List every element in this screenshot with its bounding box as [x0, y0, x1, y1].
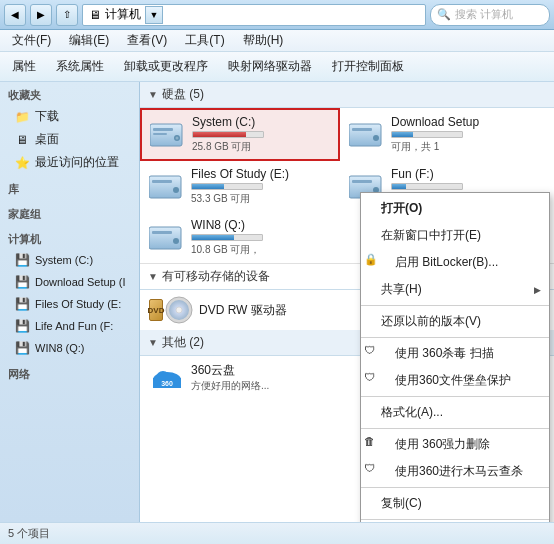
drive-q[interactable]: WIN8 (Q:) 10.8 GB 可用，: [140, 212, 340, 263]
ctx-bitlocker[interactable]: 🔒 启用 BitLocker(B)...: [361, 249, 549, 276]
sidebar-item-c[interactable]: 💾 System (C:): [0, 249, 139, 271]
toolbar-uninstall[interactable]: 卸载或更改程序: [120, 56, 212, 77]
ctx-bitlocker-label: 启用 BitLocker(B)...: [395, 255, 498, 269]
drive-q-name: WIN8 (Q:): [191, 218, 331, 232]
forward-button[interactable]: ▶: [30, 4, 52, 26]
context-menu: 打开(O) 在新窗口中打开(E) 🔒 启用 BitLocker(B)... 共享…: [360, 192, 550, 522]
sidebar-item-label: 桌面: [35, 131, 59, 148]
drive-e-detail: 53.3 GB 可用: [191, 192, 331, 206]
drive-e-name: Files Of Study (E:): [191, 167, 331, 181]
drives-row-1: System (C:) 25.8 GB 可用: [140, 108, 554, 161]
toolbar-control-panel[interactable]: 打开控制面板: [328, 56, 408, 77]
drive-d[interactable]: Download Setup 可用，共 1: [340, 108, 540, 161]
ctx-open[interactable]: 打开(O): [361, 195, 549, 222]
menu-file[interactable]: 文件(F): [4, 30, 59, 51]
title-bar-left: ◀ ▶ ⇧ 🖥 计算机 ▼ 🔍 搜索 计算机: [4, 4, 550, 26]
ctx-360scan[interactable]: 🛡 使用 360杀毒 扫描: [361, 340, 549, 367]
ctx-share[interactable]: 共享(H) ▶: [361, 276, 549, 303]
menu-tools[interactable]: 工具(T): [177, 30, 232, 51]
network-title: 网络: [0, 365, 139, 384]
address-dropdown[interactable]: ▼: [145, 6, 163, 24]
ctx-360delete-label: 使用 360强力删除: [395, 437, 490, 451]
ctx-360delete[interactable]: 🗑 使用 360强力删除: [361, 431, 549, 458]
back-button[interactable]: ◀: [4, 4, 26, 26]
ctx-sep-3: [361, 396, 549, 397]
drive-q-icon: 💾: [14, 340, 30, 356]
sidebar-item-desktop[interactable]: 🖥 桌面: [0, 128, 139, 151]
drive-d-detail: 可用，共 1: [391, 140, 531, 154]
menu-bar: 文件(F) 编辑(E) 查看(V) 工具(T) 帮助(H): [0, 30, 554, 52]
ctx-format[interactable]: 格式化(A)...: [361, 399, 549, 426]
toolbar-map-drive[interactable]: 映射网络驱动器: [224, 56, 316, 77]
svg-rect-2: [153, 133, 167, 135]
sidebar-item-label: System (C:): [35, 254, 93, 266]
sidebar-item-label: Life And Fun (F:: [35, 320, 113, 332]
drive-d-fill: [392, 132, 413, 137]
cloud-drive[interactable]: 360 360云盘 方便好用的网络...: [140, 356, 340, 399]
ctx-360protect[interactable]: 🛡 使用360文件堡垒保护: [361, 367, 549, 394]
ctx-open-new-window[interactable]: 在新窗口中打开(E): [361, 222, 549, 249]
sidebar-item-d[interactable]: 💾 Download Setup (I: [0, 271, 139, 293]
sidebar-item-download[interactable]: 📁 下载: [0, 105, 139, 128]
sidebar-item-label: Files Of Study (E:: [35, 298, 121, 310]
sidebar-section-homegroup: 家庭组: [0, 205, 139, 224]
drive-c-info: System (C:) 25.8 GB 可用: [192, 115, 330, 154]
search-placeholder: 搜索 计算机: [455, 7, 513, 22]
ctx-sep-1: [361, 305, 549, 306]
drive-c-icon: 💾: [14, 252, 30, 268]
ctx-sep-2: [361, 337, 549, 338]
toolbar: 属性 系统属性 卸载或更改程序 映射网络驱动器 打开控制面板: [0, 52, 554, 82]
svg-rect-15: [152, 231, 172, 234]
cloud-svg: 360: [149, 364, 185, 392]
drive-f-progress: [391, 183, 463, 190]
ctx-format-label: 格式化(A)...: [381, 405, 443, 419]
drive-e-icon: 💾: [14, 296, 30, 312]
ctx-copy[interactable]: 复制(C): [361, 490, 549, 517]
up-button[interactable]: ⇧: [56, 4, 78, 26]
menu-view[interactable]: 查看(V): [119, 30, 175, 51]
drive-e[interactable]: Files Of Study (E:) 53.3 GB 可用: [140, 161, 340, 212]
menu-help[interactable]: 帮助(H): [235, 30, 292, 51]
drive-d-info: Download Setup 可用，共 1: [391, 115, 531, 154]
removable-title: 有可移动存储的设备: [162, 268, 270, 285]
sidebar-item-f[interactable]: 💾 Life And Fun (F:: [0, 315, 139, 337]
hard-drives-title: 硬盘 (5): [162, 86, 204, 103]
toolbar-properties[interactable]: 属性: [8, 56, 40, 77]
status-bar: 5 个项目: [0, 522, 554, 544]
search-box[interactable]: 🔍 搜索 计算机: [430, 4, 550, 26]
dvd-info: DVD RW 驱动器: [199, 302, 331, 319]
sidebar-item-recent[interactable]: ⭐ 最近访问的位置: [0, 151, 139, 174]
ctx-sep-5: [361, 487, 549, 488]
other-arrow[interactable]: ▼: [148, 337, 158, 348]
drive-dvd[interactable]: DVD: [140, 290, 340, 330]
removable-arrow[interactable]: ▼: [148, 271, 158, 282]
cloud-detail: 方便好用的网络...: [191, 379, 331, 393]
delete-icon: 🗑: [364, 435, 375, 447]
svg-point-16: [173, 238, 179, 244]
drive-e-icon: [149, 172, 185, 202]
sidebar-item-e[interactable]: 💾 Files Of Study (E:: [0, 293, 139, 315]
favorites-title: 收藏夹: [0, 86, 139, 105]
drive-q-icon: [149, 223, 185, 253]
ctx-360trojan-label: 使用360进行木马云查杀: [395, 464, 523, 478]
protect-icon: 🛡: [364, 371, 375, 383]
drive-q-detail: 10.8 GB 可用，: [191, 243, 331, 257]
toolbar-system-props[interactable]: 系统属性: [52, 56, 108, 77]
ctx-360trojan[interactable]: 🛡 使用360进行木马云查杀: [361, 458, 549, 485]
drive-c-detail: 25.8 GB 可用: [192, 140, 330, 154]
svg-point-10: [173, 187, 179, 193]
menu-edit[interactable]: 编辑(E): [61, 30, 117, 51]
main-layout: 收藏夹 📁 下载 🖥 桌面 ⭐ 最近访问的位置 库 家庭组 计算机 💾: [0, 82, 554, 522]
drive-c-icon: [150, 120, 186, 150]
computer-icon: 🖥: [89, 8, 101, 22]
sidebar-item-q[interactable]: 💾 WIN8 (Q:): [0, 337, 139, 359]
ctx-restore[interactable]: 还原以前的版本(V): [361, 308, 549, 335]
library-title: 库: [0, 180, 139, 199]
collapse-arrow[interactable]: ▼: [148, 89, 158, 100]
drive-c[interactable]: System (C:) 25.8 GB 可用: [140, 108, 340, 161]
address-text: 计算机: [105, 6, 141, 23]
svg-rect-8: [149, 176, 181, 198]
dvd-name: DVD RW 驱动器: [199, 302, 331, 319]
address-bar[interactable]: 🖥 计算机 ▼: [82, 4, 426, 26]
sidebar: 收藏夹 📁 下载 🖥 桌面 ⭐ 最近访问的位置 库 家庭组 计算机 💾: [0, 82, 140, 522]
